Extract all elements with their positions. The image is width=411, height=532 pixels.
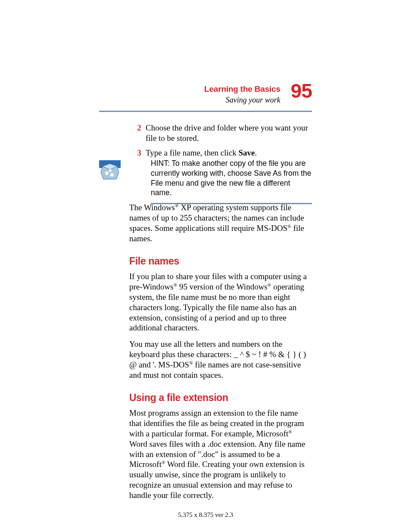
header-row: Learning the Basics Saving your work 95 <box>99 84 312 105</box>
t: The Windows <box>129 203 175 212</box>
hint-text-wrap: HINT: To make another copy of the file y… <box>151 159 312 204</box>
step-number: 2 <box>129 123 141 133</box>
reg-mark: ® <box>174 282 177 287</box>
heading-file-extension: Using a file extension <box>129 392 312 404</box>
page: Learning the Basics Saving your work 95 … <box>0 0 411 532</box>
t: 95 version of the Windows <box>177 282 267 291</box>
step3-pre: Type a file name, then click <box>146 148 239 157</box>
step3-post: . <box>255 148 257 157</box>
svg-point-1 <box>105 171 109 175</box>
svg-point-3 <box>109 169 112 172</box>
footer-text: 5.375 x 8.375 ver 2.3 <box>0 511 411 519</box>
hint-row: HINT: To make another copy of the file y… <box>99 159 312 204</box>
reg-mark: ® <box>175 203 179 208</box>
page-header: Learning the Basics Saving your work 95 <box>99 84 312 112</box>
step-number: 3 <box>129 148 141 158</box>
reg-mark: ® <box>287 224 291 229</box>
heading-file-names: File names <box>129 255 312 268</box>
hint-text: HINT: To make another copy of the file y… <box>151 159 312 198</box>
svg-point-2 <box>110 173 114 177</box>
steps-block: 2 Choose the drive and folder where you … <box>129 123 312 162</box>
chapter-title: Learning the Basics <box>204 84 280 94</box>
reg-mark: ® <box>162 460 165 465</box>
para-filenames-2: You may use all the letters and numbers … <box>129 339 312 380</box>
step-text: Type a file name, then click Save. <box>146 148 312 158</box>
hint-block: HINT: To make another copy of the file y… <box>99 159 312 204</box>
header-rule <box>99 111 312 112</box>
page-number: 95 <box>291 82 312 100</box>
step-3: 3 Type a file name, then click Save. <box>129 148 312 158</box>
hint-icon <box>99 160 121 182</box>
step3-bold: Save <box>239 148 255 157</box>
step-text: Choose the drive and folder where you wa… <box>146 123 312 143</box>
section-title: Saving your work <box>204 95 280 105</box>
header-text: Learning the Basics Saving your work <box>204 84 280 105</box>
t: Most programs assign an extension to the… <box>129 408 304 438</box>
para-extension: Most programs assign an extension to the… <box>129 408 312 500</box>
reg-mark: ® <box>189 360 193 365</box>
reg-mark: ® <box>288 429 292 434</box>
para-windows-xp: The Windows® XP operating system support… <box>129 202 312 244</box>
para-filenames-1: If you plan to share your files with a c… <box>129 271 312 333</box>
step-2: 2 Choose the drive and folder where you … <box>129 123 312 143</box>
body-block: The Windows® XP operating system support… <box>129 202 312 507</box>
